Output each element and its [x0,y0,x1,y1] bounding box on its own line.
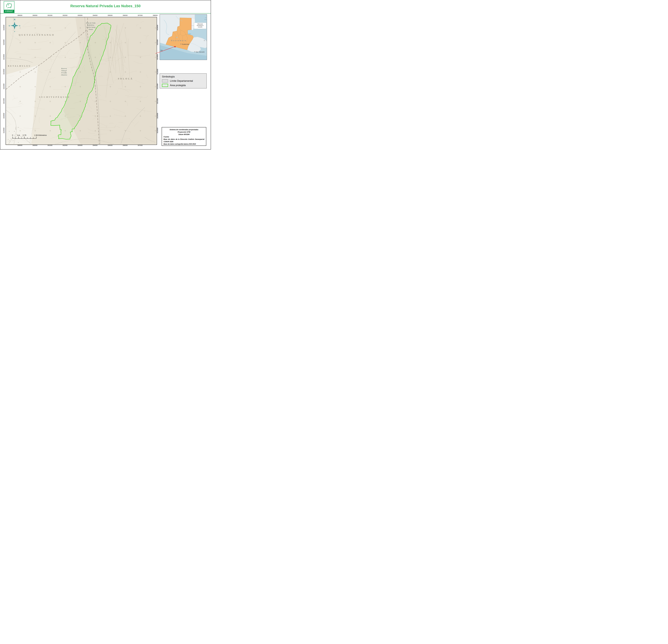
honduras-label: H o n d u r a s [204,40,207,42]
legend-item-label: Límite Departamental [170,80,193,82]
y-tick-left: 1621000 [3,97,5,105]
x-tick-top: 394000 [91,14,99,16]
map-metadata-box: Sistema de coordenadas proyectadas Proye… [162,127,206,146]
x-tick-bottom: 394000 [91,144,99,146]
settlement-mark [13,140,13,141]
settlement-mark [9,131,10,131]
x-tick-top: 389000 [16,14,24,16]
source-heading: Fuente: [164,136,204,138]
map-frame: QUETZALTENANGORETALHULEUSOLOLÁSUCHITEPÉQ… [2,14,159,147]
guatemala-city-label: Guatemala [182,43,189,45]
y-tick-right: 1623000 [156,68,158,76]
y-tick-right: 1620000 [156,112,158,120]
compass-north-label: N [14,18,15,21]
settlement-mark [9,140,10,141]
compass-west-label: O [9,25,10,27]
settlement-mark [15,127,16,127]
departmental-limit-swatch [162,79,168,82]
legend-item-departmental-limit: Límite Departamental [162,79,204,82]
x-tick-bottom: 390000 [31,144,39,146]
gulf-label-2: Hond [204,19,207,20]
inset-lake-izabal [188,33,191,35]
scale-label-1: 0.4 [17,134,20,136]
y-tick-left: 1622000 [3,82,5,90]
source-line-2: Base de datos cartografía básica IGN 201… [164,143,204,145]
compass-rose: N O E S [8,18,21,33]
x-tick-bottom: 395000 [106,144,114,146]
y-tick-right: 1624000 [156,53,158,61]
x-tick-top: 398000 [151,14,159,16]
y-tick-left: 1625000 [3,38,5,46]
y-tick-right: 1622000 [156,82,158,90]
x-tick-bottom: 391000 [46,144,54,146]
region-label: RETALHULEU [8,65,31,67]
road-number-label: 721 [160,50,163,51]
compass-hub-dot [14,25,15,26]
x-tick-bottom: 389000 [16,144,24,146]
legend-item-label: Área protegida [170,84,186,87]
legend-item-protected-area: Área protegida [162,84,204,87]
y-tick-left: 1624000 [3,53,5,61]
x-tick-top: 393000 [76,14,84,16]
coordinate-system-line: Sistema de coordenadas proyectadas [164,128,204,131]
conap-emblem-icon [5,2,13,9]
settlement-mark [15,128,16,129]
guatemala-city-dot [181,44,181,44]
scale-bar-ruler [13,137,36,139]
locator-inset-map: Diferendo territorial no resuelto G u a … [160,14,207,60]
x-tick-top: 390000 [31,14,39,16]
y-tick-right: 1626000 [156,23,158,32]
map-document: CONAP Reserva Natural Privada Las Nubes_… [0,0,211,150]
x-tick-bottom: 393000 [76,144,84,146]
legend: Simbología Límite Departamental Área pro… [160,74,207,89]
region-label: QUETZALTENANGO [19,34,55,36]
settlement-mark [8,139,9,140]
gulf-label-1: Gu [205,17,207,18]
x-tick-top: 391000 [46,14,54,16]
y-tick-right: 1625000 [156,38,158,46]
y-tick-left: 1626000 [3,23,5,32]
territorial-note-line2: territorial no [197,25,203,26]
y-tick-left: 1619000 [3,126,5,135]
settlement-mark [18,127,18,128]
x-tick-top: 397000 [136,14,144,16]
map-canvas: QUETZALTENANGORETALHULEUSOLOLÁSUCHITEPÉQ… [5,17,157,145]
region-label: SUCHITEPÉQUEZ [39,96,70,98]
annotation-reserva-altamira: ReservaNaturalPrivadaAltamira [61,67,67,76]
x-tick-bottom: 392000 [61,144,69,146]
scale-label-3: 1.58 Kilómetros [34,134,47,136]
x-tick-bottom: 397000 [136,144,144,146]
source-line-1: Base de datos de la Dirección Análisis G… [164,138,204,143]
settlement-mark [14,131,15,132]
x-tick-top: 396000 [121,14,129,16]
x-tick-top: 395000 [106,14,114,16]
page-title: Reserva Natural Privada Las Nubes_150 [24,4,187,8]
compass-east-label: E [19,25,20,27]
x-tick-top: 392000 [61,14,69,16]
legend-title: Simbología [162,75,204,78]
y-tick-left: 1620000 [3,112,5,120]
inset-lake-atitlan [176,37,178,38]
conap-logo-text: CONAP [4,10,14,13]
projection-line: Proyección GTM [164,131,204,133]
datum-line: Datum WGS84 [164,133,204,136]
settlement-mark [15,129,16,129]
region-label: SOLOLÁ [118,77,133,80]
y-tick-right: 1621000 [156,97,158,105]
reserve-location-marker [174,46,176,47]
compass-south-label: S [14,31,15,32]
scale-label-2: 0.79 [23,134,26,136]
territorial-note-line1: Diferendo [197,23,203,25]
settlement-mark [18,142,18,143]
scale-bar: 0 0.4 0.79 1.58 Kilómetros [11,134,55,140]
scale-label-0: 0 [12,134,13,136]
y-tick-right: 1619000 [156,126,158,135]
y-tick-left: 1623000 [3,68,5,76]
san-salvador-label: San Salvador [196,51,205,53]
x-tick-bottom: 396000 [121,144,129,146]
territorial-note-line3: resuelto [198,26,202,28]
main-map: QUETZALTENANGORETALHULEUSOLOLÁSUCHITEPÉQ… [6,17,156,144]
conap-logo: CONAP [4,1,14,13]
header: CONAP Reserva Natural Privada Las Nubes_… [0,0,211,14]
protected-area-swatch [162,84,168,87]
